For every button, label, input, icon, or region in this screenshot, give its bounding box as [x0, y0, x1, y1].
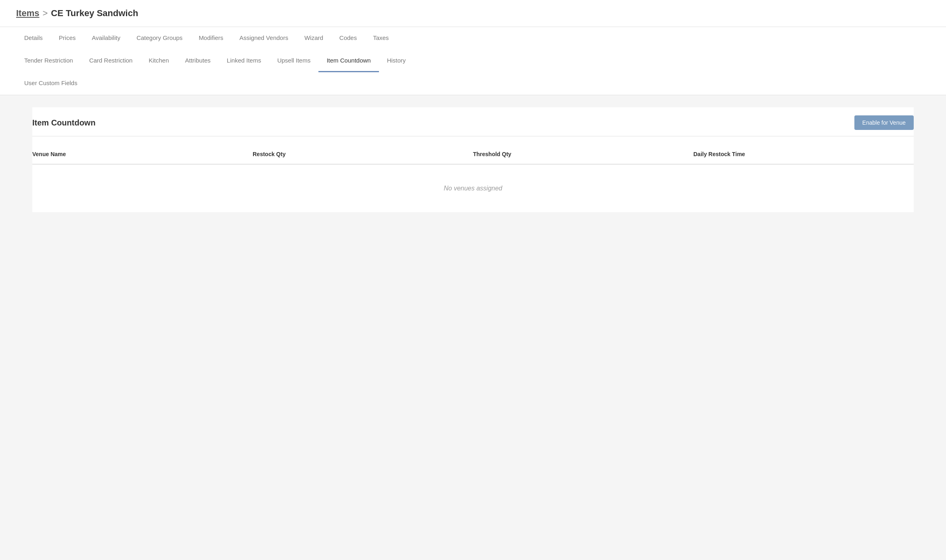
tab-user-custom-fields[interactable]: User Custom Fields: [16, 72, 86, 95]
section-title: Item Countdown: [32, 118, 96, 127]
main-content: Item Countdown Enable for Venue Venue Na…: [0, 107, 946, 240]
tab-taxes[interactable]: Taxes: [365, 27, 397, 50]
header: Items > CE Turkey Sandwich: [0, 0, 946, 27]
tabs-row-1: DetailsPricesAvailabilityCategory Groups…: [16, 27, 930, 50]
tab-assigned-vendors[interactable]: Assigned Vendors: [231, 27, 296, 50]
tab-item-countdown[interactable]: Item Countdown: [318, 50, 379, 72]
tab-wizard[interactable]: Wizard: [296, 27, 331, 50]
tab-tender-restriction[interactable]: Tender Restriction: [16, 50, 81, 72]
tabs-container: DetailsPricesAvailabilityCategory Groups…: [0, 27, 946, 95]
breadcrumb-separator: >: [42, 8, 48, 19]
tab-history[interactable]: History: [379, 50, 414, 72]
tab-modifiers[interactable]: Modifiers: [190, 27, 231, 50]
tab-attributes[interactable]: Attributes: [177, 50, 218, 72]
tab-linked-items[interactable]: Linked Items: [219, 50, 269, 72]
col-venue-name: Venue Name: [32, 149, 253, 159]
tab-upsell-items[interactable]: Upsell Items: [269, 50, 319, 72]
tab-details[interactable]: Details: [16, 27, 51, 50]
tabs-row-2: Tender RestrictionCard RestrictionKitche…: [16, 50, 930, 72]
section-header: Item Countdown Enable for Venue: [32, 107, 914, 136]
table-wrapper: Venue Name Restock Qty Threshold Qty Dai…: [32, 144, 914, 212]
breadcrumb-items-link[interactable]: Items: [16, 8, 39, 19]
content-area: Item Countdown Enable for Venue Venue Na…: [32, 107, 914, 212]
table-header-row: Venue Name Restock Qty Threshold Qty Dai…: [32, 144, 914, 165]
tab-card-restriction[interactable]: Card Restriction: [81, 50, 141, 72]
tabs-row-3: User Custom Fields: [16, 72, 930, 95]
breadcrumb: Items > CE Turkey Sandwich: [16, 8, 930, 19]
breadcrumb-current-page: CE Turkey Sandwich: [51, 8, 138, 19]
page-wrapper: Items > CE Turkey Sandwich DetailsPrices…: [0, 0, 946, 560]
col-daily-restock-time: Daily Restock Time: [693, 149, 914, 159]
col-restock-qty: Restock Qty: [253, 149, 473, 159]
no-venues-message: No venues assigned: [32, 165, 914, 212]
tab-prices[interactable]: Prices: [51, 27, 84, 50]
tab-kitchen[interactable]: Kitchen: [140, 50, 177, 72]
tab-category-groups[interactable]: Category Groups: [128, 27, 190, 50]
tab-availability[interactable]: Availability: [84, 27, 129, 50]
enable-for-venue-button[interactable]: Enable for Venue: [854, 115, 914, 130]
col-threshold-qty: Threshold Qty: [473, 149, 693, 159]
tab-codes[interactable]: Codes: [331, 27, 365, 50]
